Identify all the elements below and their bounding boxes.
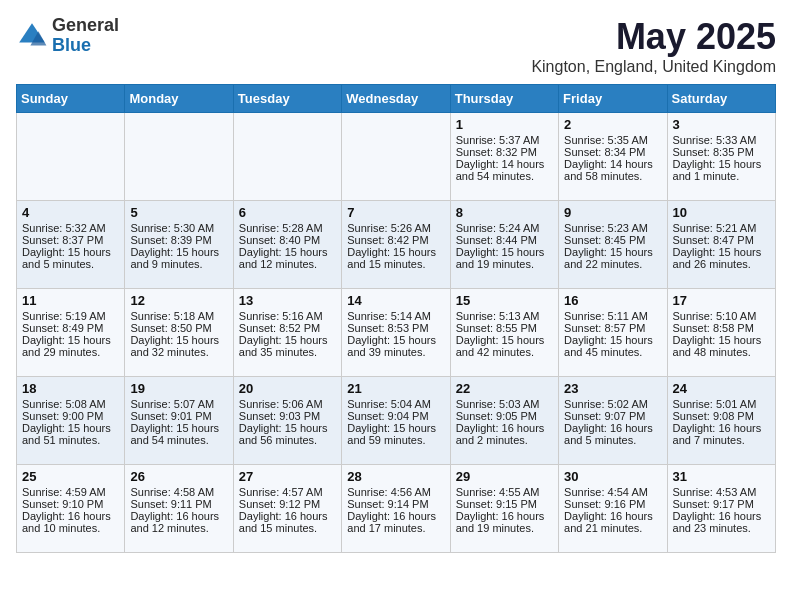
- sunrise-text: Sunrise: 4:55 AM: [456, 486, 553, 498]
- week-row-1: 1Sunrise: 5:37 AMSunset: 8:32 PMDaylight…: [17, 113, 776, 201]
- day-number: 20: [239, 381, 336, 396]
- day-number: 11: [22, 293, 119, 308]
- day-number: 9: [564, 205, 661, 220]
- sunset-text: Sunset: 9:11 PM: [130, 498, 227, 510]
- daylight-text: Daylight: 16 hours and 19 minutes.: [456, 510, 553, 534]
- col-header-thursday: Thursday: [450, 85, 558, 113]
- col-header-sunday: Sunday: [17, 85, 125, 113]
- sunrise-text: Sunrise: 5:18 AM: [130, 310, 227, 322]
- day-number: 1: [456, 117, 553, 132]
- sunrise-text: Sunrise: 5:35 AM: [564, 134, 661, 146]
- day-number: 3: [673, 117, 770, 132]
- sunset-text: Sunset: 8:40 PM: [239, 234, 336, 246]
- calendar-cell: [17, 113, 125, 201]
- calendar-cell: 24Sunrise: 5:01 AMSunset: 9:08 PMDayligh…: [667, 377, 775, 465]
- calendar-cell: 31Sunrise: 4:53 AMSunset: 9:17 PMDayligh…: [667, 465, 775, 553]
- day-number: 17: [673, 293, 770, 308]
- sunset-text: Sunset: 8:37 PM: [22, 234, 119, 246]
- calendar-cell: 20Sunrise: 5:06 AMSunset: 9:03 PMDayligh…: [233, 377, 341, 465]
- calendar-cell: 11Sunrise: 5:19 AMSunset: 8:49 PMDayligh…: [17, 289, 125, 377]
- calendar-cell: 21Sunrise: 5:04 AMSunset: 9:04 PMDayligh…: [342, 377, 450, 465]
- calendar-cell: 5Sunrise: 5:30 AMSunset: 8:39 PMDaylight…: [125, 201, 233, 289]
- day-number: 22: [456, 381, 553, 396]
- day-number: 10: [673, 205, 770, 220]
- sunrise-text: Sunrise: 4:59 AM: [22, 486, 119, 498]
- daylight-text: Daylight: 15 hours and 54 minutes.: [130, 422, 227, 446]
- title-block: May 2025 Kington, England, United Kingdo…: [531, 16, 776, 76]
- sunset-text: Sunset: 8:44 PM: [456, 234, 553, 246]
- day-number: 8: [456, 205, 553, 220]
- daylight-text: Daylight: 15 hours and 9 minutes.: [130, 246, 227, 270]
- sunset-text: Sunset: 8:42 PM: [347, 234, 444, 246]
- calendar-cell: [125, 113, 233, 201]
- daylight-text: Daylight: 15 hours and 5 minutes.: [22, 246, 119, 270]
- day-number: 15: [456, 293, 553, 308]
- sunrise-text: Sunrise: 5:01 AM: [673, 398, 770, 410]
- calendar-cell: 10Sunrise: 5:21 AMSunset: 8:47 PMDayligh…: [667, 201, 775, 289]
- day-number: 7: [347, 205, 444, 220]
- sunset-text: Sunset: 9:03 PM: [239, 410, 336, 422]
- col-header-monday: Monday: [125, 85, 233, 113]
- calendar-cell: 2Sunrise: 5:35 AMSunset: 8:34 PMDaylight…: [559, 113, 667, 201]
- sunset-text: Sunset: 9:05 PM: [456, 410, 553, 422]
- daylight-text: Daylight: 16 hours and 21 minutes.: [564, 510, 661, 534]
- sunset-text: Sunset: 8:55 PM: [456, 322, 553, 334]
- sunrise-text: Sunrise: 5:13 AM: [456, 310, 553, 322]
- calendar-cell: 27Sunrise: 4:57 AMSunset: 9:12 PMDayligh…: [233, 465, 341, 553]
- daylight-text: Daylight: 14 hours and 58 minutes.: [564, 158, 661, 182]
- sunrise-text: Sunrise: 5:10 AM: [673, 310, 770, 322]
- calendar-cell: 19Sunrise: 5:07 AMSunset: 9:01 PMDayligh…: [125, 377, 233, 465]
- sunrise-text: Sunrise: 5:14 AM: [347, 310, 444, 322]
- sunset-text: Sunset: 8:57 PM: [564, 322, 661, 334]
- day-number: 24: [673, 381, 770, 396]
- month-title: May 2025: [531, 16, 776, 58]
- sunset-text: Sunset: 9:17 PM: [673, 498, 770, 510]
- calendar-cell: 18Sunrise: 5:08 AMSunset: 9:00 PMDayligh…: [17, 377, 125, 465]
- day-number: 21: [347, 381, 444, 396]
- calendar-cell: 3Sunrise: 5:33 AMSunset: 8:35 PMDaylight…: [667, 113, 775, 201]
- sunset-text: Sunset: 9:16 PM: [564, 498, 661, 510]
- sunset-text: Sunset: 9:04 PM: [347, 410, 444, 422]
- sunrise-text: Sunrise: 4:58 AM: [130, 486, 227, 498]
- sunrise-text: Sunrise: 5:23 AM: [564, 222, 661, 234]
- daylight-text: Daylight: 15 hours and 45 minutes.: [564, 334, 661, 358]
- daylight-text: Daylight: 15 hours and 51 minutes.: [22, 422, 119, 446]
- daylight-text: Daylight: 15 hours and 48 minutes.: [673, 334, 770, 358]
- sunrise-text: Sunrise: 4:54 AM: [564, 486, 661, 498]
- day-number: 4: [22, 205, 119, 220]
- week-row-2: 4Sunrise: 5:32 AMSunset: 8:37 PMDaylight…: [17, 201, 776, 289]
- daylight-text: Daylight: 15 hours and 15 minutes.: [347, 246, 444, 270]
- daylight-text: Daylight: 15 hours and 39 minutes.: [347, 334, 444, 358]
- sunset-text: Sunset: 9:08 PM: [673, 410, 770, 422]
- daylight-text: Daylight: 15 hours and 1 minute.: [673, 158, 770, 182]
- day-number: 18: [22, 381, 119, 396]
- sunrise-text: Sunrise: 5:28 AM: [239, 222, 336, 234]
- week-row-4: 18Sunrise: 5:08 AMSunset: 9:00 PMDayligh…: [17, 377, 776, 465]
- calendar-cell: 30Sunrise: 4:54 AMSunset: 9:16 PMDayligh…: [559, 465, 667, 553]
- sunrise-text: Sunrise: 5:21 AM: [673, 222, 770, 234]
- sunrise-text: Sunrise: 5:07 AM: [130, 398, 227, 410]
- daylight-text: Daylight: 16 hours and 12 minutes.: [130, 510, 227, 534]
- sunrise-text: Sunrise: 5:26 AM: [347, 222, 444, 234]
- daylight-text: Daylight: 15 hours and 19 minutes.: [456, 246, 553, 270]
- sunrise-text: Sunrise: 5:04 AM: [347, 398, 444, 410]
- daylight-text: Daylight: 16 hours and 2 minutes.: [456, 422, 553, 446]
- sunrise-text: Sunrise: 5:32 AM: [22, 222, 119, 234]
- sunset-text: Sunset: 8:39 PM: [130, 234, 227, 246]
- sunset-text: Sunset: 8:50 PM: [130, 322, 227, 334]
- sunrise-text: Sunrise: 4:57 AM: [239, 486, 336, 498]
- calendar-cell: 6Sunrise: 5:28 AMSunset: 8:40 PMDaylight…: [233, 201, 341, 289]
- sunset-text: Sunset: 8:52 PM: [239, 322, 336, 334]
- sunrise-text: Sunrise: 5:02 AM: [564, 398, 661, 410]
- day-number: 27: [239, 469, 336, 484]
- calendar-cell: 25Sunrise: 4:59 AMSunset: 9:10 PMDayligh…: [17, 465, 125, 553]
- day-number: 31: [673, 469, 770, 484]
- col-header-friday: Friday: [559, 85, 667, 113]
- daylight-text: Daylight: 15 hours and 29 minutes.: [22, 334, 119, 358]
- sunset-text: Sunset: 9:14 PM: [347, 498, 444, 510]
- daylight-text: Daylight: 15 hours and 35 minutes.: [239, 334, 336, 358]
- calendar-cell: 15Sunrise: 5:13 AMSunset: 8:55 PMDayligh…: [450, 289, 558, 377]
- sunset-text: Sunset: 8:32 PM: [456, 146, 553, 158]
- day-number: 26: [130, 469, 227, 484]
- day-number: 19: [130, 381, 227, 396]
